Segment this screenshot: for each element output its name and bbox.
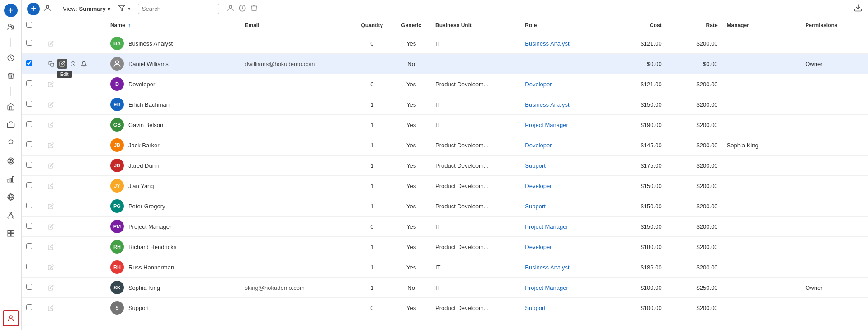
lightbulb-nav-icon[interactable] [3,135,19,151]
resource-name[interactable]: Daniel Williams [128,61,169,67]
row-role[interactable]: Project Manager [520,115,610,135]
cost-header[interactable]: Cost [610,18,666,33]
table-row[interactable]: PG Peter Gregory 1YesProduct Developm...… [22,196,868,217]
select-all-header[interactable] [22,18,42,33]
resource-name[interactable]: Richard Hendricks [128,244,176,250]
table-row[interactable]: PM Project Manager 0YesITProject Manager… [22,217,868,237]
row-checkbox[interactable] [26,304,32,310]
row-checkbox[interactable] [26,182,32,188]
row-role[interactable]: Developer [520,74,610,94]
table-row[interactable]: Edit Daniel Williams dwilliams@hokudemo.… [22,54,868,74]
chart-nav-icon[interactable] [3,171,19,187]
row-checkbox[interactable] [26,223,32,229]
row-checkbox[interactable] [26,284,32,290]
table-row[interactable]: JB Jack Barker 1YesProduct Developm...De… [22,135,868,156]
role-link[interactable]: Developer [525,142,552,149]
globe-nav-icon[interactable] [3,189,19,205]
edit-action-button[interactable] [57,59,67,69]
table-row[interactable]: RH Russ Hannerman 1YesITBusiness Analyst… [22,257,868,278]
select-all-checkbox[interactable] [26,22,32,28]
row-checkbox[interactable] [26,40,32,46]
stack-nav-icon[interactable] [3,225,19,241]
role-link[interactable]: Project Manager [525,284,568,291]
manager-header[interactable]: Manager [722,18,801,33]
table-row[interactable]: RH Richard Hendricks 1YesProduct Develop… [22,237,868,257]
table-row[interactable]: JY Jian Yang 1YesProduct Developm...Deve… [22,176,868,196]
row-role[interactable]: Developer [520,237,610,257]
name-header[interactable]: Name ↑ [106,18,241,33]
row-role[interactable]: Developer [520,176,610,196]
filter-icon[interactable] [118,5,125,13]
row-role[interactable]: Support [520,156,610,176]
resource-name[interactable]: Jack Barker [128,142,160,149]
role-link[interactable]: Business Analyst [525,264,569,271]
search-input[interactable] [138,4,219,14]
role-link[interactable]: Developer [525,81,552,88]
table-row[interactable]: JD Jared Dunn 1YesProduct Developm...Sup… [22,156,868,176]
resource-name[interactable]: Project Manager [128,223,171,230]
email-header[interactable]: Email [240,18,352,33]
row-role[interactable]: Developer [520,135,610,156]
resource-name[interactable]: Developer [128,81,155,88]
role-link[interactable]: Project Manager [525,122,568,128]
resource-name[interactable]: Jian Yang [128,183,154,189]
role-link[interactable]: Business Analyst [525,40,569,47]
business-unit-header[interactable]: Business Unit [431,18,520,33]
row-role[interactable]: Business Analyst [520,94,610,115]
resource-name[interactable]: Sophia King [128,284,160,291]
role-link[interactable]: Support [525,203,546,210]
history-action-icon[interactable] [68,59,78,69]
person-nav-icon[interactable] [3,310,19,326]
row-role[interactable]: Business Analyst [520,33,610,54]
clock-nav-icon[interactable] [3,50,19,66]
table-row[interactable]: BA Business Analyst 0YesITBusiness Analy… [22,33,868,54]
trash-nav-icon[interactable] [3,68,19,84]
table-row[interactable]: D Developer 0YesProduct Developm...Devel… [22,74,868,94]
row-role[interactable]: Project Manager [520,278,610,298]
resource-name[interactable]: Peter Gregory [128,203,165,210]
resource-name[interactable]: Gavin Belson [128,122,163,128]
permissions-header[interactable]: Permissions [801,18,868,33]
resource-name[interactable]: Russ Hannerman [128,264,174,271]
row-checkbox[interactable] [26,80,32,86]
people-nav-icon[interactable] [3,19,19,35]
row-checkbox[interactable] [26,264,32,269]
network-nav-icon[interactable] [3,207,19,223]
generic-header[interactable]: Generic [392,18,431,33]
role-link[interactable]: Business Analyst [525,101,569,108]
table-row[interactable]: S Support 0YesProduct Developm...Support… [22,298,868,318]
target-nav-icon[interactable] [3,153,19,169]
row-checkbox[interactable] [26,243,32,249]
add-resource-button[interactable]: + [27,3,40,15]
home-nav-icon[interactable] [3,99,19,115]
role-link[interactable]: Support [525,305,546,311]
rate-header[interactable]: Rate [666,18,722,33]
view-selector[interactable]: View: Summary ▾ [63,5,111,12]
row-role[interactable]: Project Manager [520,217,610,237]
table-row[interactable]: GB Gavin Belson 1YesITProject Manager$19… [22,115,868,135]
download-icon[interactable] [854,3,863,14]
add-button[interactable]: + [4,4,18,17]
copy-action-icon[interactable] [47,59,57,69]
resource-name[interactable]: Business Analyst [128,40,173,47]
trash-topbar-icon[interactable] [250,4,258,14]
role-link[interactable]: Developer [525,183,552,189]
resource-name[interactable]: Jared Dunn [128,162,159,169]
role-link[interactable]: Developer [525,244,552,250]
row-checkbox[interactable] [26,101,32,107]
row-checkbox[interactable] [26,141,32,147]
row-role[interactable]: Support [520,196,610,217]
table-row[interactable]: SK Sophia King sking@hokudemo.com1NoITPr… [22,278,868,298]
briefcase-nav-icon[interactable] [3,117,19,133]
table-row[interactable]: EB Erlich Bachman 1YesITBusiness Analyst… [22,94,868,115]
clock-topbar-icon[interactable] [238,4,246,14]
row-role[interactable]: Business Analyst [520,257,610,278]
row-checkbox[interactable] [26,60,32,66]
user-icon-topbar[interactable] [226,4,235,14]
resource-name[interactable]: Erlich Bachman [128,101,170,108]
role-header[interactable]: Role [520,18,610,33]
bell-action-icon[interactable] [79,59,89,69]
resource-name[interactable]: Support [128,305,149,311]
row-role[interactable]: Support [520,298,610,318]
row-checkbox[interactable] [26,121,32,127]
